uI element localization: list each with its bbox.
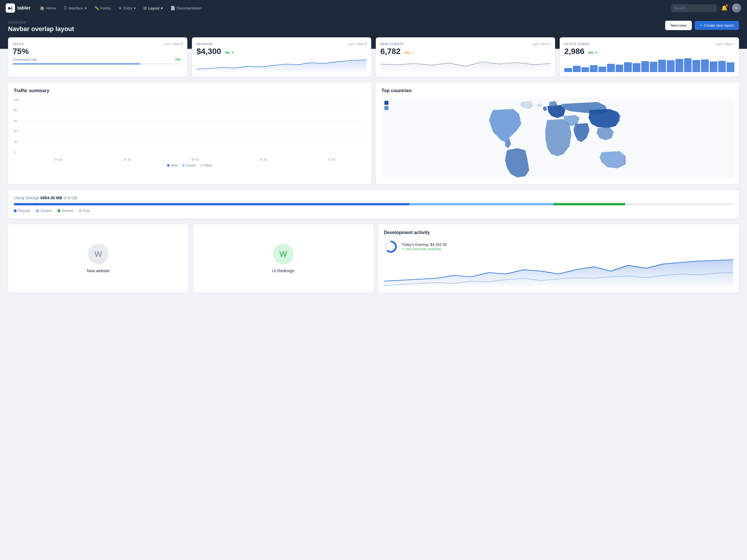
nav-interface[interactable]: ☰ Interface ▾ xyxy=(60,4,90,12)
arrow-up-icon: ↑ xyxy=(181,58,183,62)
storage-regular xyxy=(14,203,409,205)
chart-y-axis: 100 80 60 40 20 0 xyxy=(14,98,22,154)
storage-free xyxy=(625,203,733,205)
home-icon: 🏠 xyxy=(40,6,45,10)
legend-other: Other xyxy=(200,163,212,167)
storage-system xyxy=(409,203,553,205)
users-period[interactable]: Last 7 days ▾ xyxy=(716,42,735,46)
bars-container xyxy=(24,98,365,154)
legend-regular: Regular xyxy=(14,209,30,213)
bar xyxy=(607,64,615,72)
second-row: Traffic summary 100 80 60 40 20 0 xyxy=(8,82,739,184)
donut-chart xyxy=(384,240,397,254)
bar xyxy=(684,58,692,72)
revenue-period[interactable]: Last 7 days ▾ xyxy=(348,42,367,46)
bar xyxy=(564,68,572,72)
nav-forms[interactable]: ✏️ Forms xyxy=(91,4,114,12)
clients-value: 6,782 0% — xyxy=(380,47,550,56)
nav-documentation[interactable]: 📄 Documentation xyxy=(167,4,205,12)
avatar-placeholder: U xyxy=(732,3,741,12)
revenue-badge: 8% ↗ xyxy=(225,51,234,55)
storage-shared xyxy=(553,203,625,205)
bar xyxy=(718,61,726,72)
sales-sub-value: 7% ↑ xyxy=(175,58,183,62)
dev-chart xyxy=(384,258,733,287)
legend-system: System xyxy=(36,209,52,213)
notification-bell[interactable]: 🔔 xyxy=(719,4,730,12)
search-input[interactable] xyxy=(671,4,717,12)
legend-free: Free xyxy=(79,209,90,213)
bar xyxy=(624,62,632,72)
revenue-label: REVENUE xyxy=(197,42,213,46)
bottom-row: W New website W UI Redesign Development … xyxy=(8,224,739,293)
revenue-card: REVENUE Last 7 days ▾ $4,300 8% ↗ xyxy=(192,37,371,77)
nav-items: 🏠 Home ☰ Interface ▾ ✏️ Forms ★ Extra ▾ … xyxy=(36,4,205,12)
map-legend xyxy=(384,101,388,110)
user-avatar[interactable]: U xyxy=(732,3,741,12)
sales-sub: Conversion rate 7% ↑ xyxy=(12,58,183,62)
regular-dot xyxy=(14,209,17,212)
sales-period[interactable]: Last 7 days ▾ xyxy=(164,42,183,46)
forms-icon: ✏️ xyxy=(94,6,99,10)
sales-label: SALES xyxy=(12,42,24,46)
nav-extra[interactable]: ★ Extra ▾ xyxy=(115,4,139,12)
chevron-down-icon: ▾ xyxy=(161,6,163,10)
bar xyxy=(633,63,640,72)
traffic-summary-card: Traffic summary 100 80 60 40 20 0 xyxy=(8,82,371,184)
doc-icon: 📄 xyxy=(171,6,175,10)
project-name-1: New website xyxy=(87,268,109,273)
bar xyxy=(727,62,735,72)
users-bar-sparkline xyxy=(564,58,735,72)
dev-activity-card: Development activity Today's Earning: $4… xyxy=(378,224,739,293)
interface-icon: ☰ xyxy=(63,6,67,10)
bar xyxy=(598,66,606,72)
chevron-down-icon: ▾ xyxy=(134,6,136,10)
clients-sparkline xyxy=(380,58,550,72)
chevron-down-icon: ▾ xyxy=(85,6,87,10)
project-avatar-2: W xyxy=(273,244,293,265)
chevron-down-icon: ▾ xyxy=(181,42,183,46)
chevron-down-icon: ▾ xyxy=(732,42,735,46)
plus-icon: + xyxy=(700,23,702,28)
map-legend-mid xyxy=(384,106,388,110)
clients-period[interactable]: Last 7 days ▾ xyxy=(532,42,550,46)
shared-dot xyxy=(57,209,60,212)
new-view-button[interactable]: New view xyxy=(665,21,692,30)
dev-title: Development activity xyxy=(384,230,733,235)
bar xyxy=(641,61,649,72)
storage-card: Using Storage 6854.45 MB of 8 GB Regular… xyxy=(8,190,739,218)
stat-cards-row: SALES Last 7 days ▾ 75% Conversion rate … xyxy=(8,37,739,77)
sales-value: 75% xyxy=(12,47,183,56)
map-legend-high xyxy=(384,101,388,105)
chart-legend: Web Social Other xyxy=(14,163,365,167)
bar xyxy=(582,67,589,72)
project-card-1: W New website xyxy=(8,224,188,293)
traffic-title: Traffic summary xyxy=(14,88,365,93)
brand-name: tabler xyxy=(17,5,30,11)
legend-social: Social xyxy=(182,163,196,167)
bar xyxy=(667,60,675,72)
bar xyxy=(701,59,709,72)
project-name-2: UI Redesign xyxy=(272,268,294,273)
storage-used: 6854.45 MB xyxy=(41,195,62,200)
bar xyxy=(650,62,658,72)
nav-layout[interactable]: ⊞ Layout ▾ xyxy=(140,4,166,12)
revenue-value: $4,300 8% ↗ xyxy=(197,47,367,56)
free-dot xyxy=(79,209,82,212)
nav-home[interactable]: 🏠 Home xyxy=(36,4,59,12)
world-map xyxy=(382,98,733,178)
layout-icon: ⊞ xyxy=(144,6,147,10)
page-title: Navbar overlap layout xyxy=(8,25,74,33)
earning-sub: ↗ +5% more than yesterday xyxy=(402,247,447,251)
create-report-button[interactable]: + Create new report xyxy=(695,21,739,30)
bar xyxy=(675,59,683,72)
header-actions: New view + Create new report xyxy=(665,21,739,30)
clients-badge: 0% — xyxy=(405,51,414,55)
header-left: OVERVIEW Navbar overlap layout xyxy=(8,21,74,33)
arrow-icon: ↗ xyxy=(594,51,597,55)
users-label: ACTIVE USERS xyxy=(564,42,589,46)
chevron-down-icon: ▾ xyxy=(549,42,550,46)
earning-label: Today's Earning: $4,262.40 xyxy=(402,242,447,247)
legend-shared: Shared xyxy=(57,209,73,213)
brand[interactable]: ▶| tabler xyxy=(6,3,30,12)
